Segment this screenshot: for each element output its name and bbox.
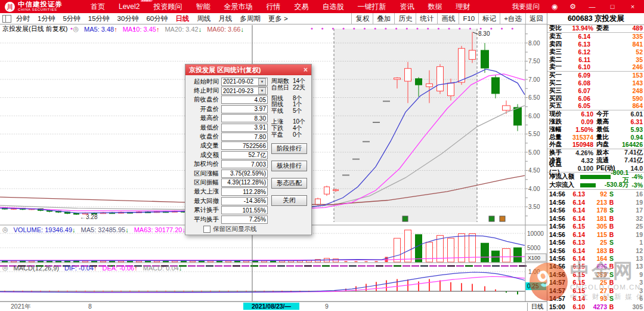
tick-row: 14:566.14164S13 — [547, 255, 644, 263]
period-tab[interactable]: 30分钟 — [117, 14, 139, 23]
period-tab[interactable]: 多周期 — [240, 14, 261, 23]
keep-range-lines-checkbox[interactable]: 保留区间显示线 — [185, 225, 311, 233]
buy-row[interactable]: 买二6.08143 — [547, 79, 644, 87]
info-row: 涨跌0.09最高6.31 — [547, 118, 644, 126]
dialog-field-row: 最低价3.91 — [187, 123, 268, 132]
menu-item[interactable]: 智能 — [196, 2, 210, 12]
buy-row[interactable]: 买一6.09153 — [547, 72, 644, 79]
buy-row[interactable]: 买四6.06590 — [547, 94, 644, 102]
dialog-field-value: 7.25% — [223, 216, 266, 223]
dialog-field-value: 7.80 — [223, 134, 266, 140]
buy-row[interactable]: 买五6.05864 — [547, 102, 644, 110]
period-tab[interactable]: 60分钟 — [146, 14, 168, 23]
period-tab[interactable]: 月线 — [218, 14, 232, 23]
period-indicator-box[interactable]: 日线 — [527, 303, 547, 311]
toolbar-button[interactable]: 叠加 — [373, 13, 394, 24]
dialog-button[interactable]: 形态匹配 — [271, 178, 307, 189]
period-tab[interactable]: 周线 — [197, 14, 210, 23]
menu-item[interactable]: 全景市场 — [224, 2, 252, 12]
dialog-field-input[interactable]: 8.30 — [221, 114, 268, 122]
dialog-field-row: 开盘价3.97 — [187, 104, 268, 113]
dialog-field-input[interactable]: 112.28% — [221, 187, 268, 196]
dialog-field-row: 前收盘价4.05 — [187, 96, 268, 104]
dialog-field-label: 区间涨幅 — [187, 170, 221, 178]
dropdown-arrow-icon[interactable]: ▼ — [258, 87, 266, 94]
user-icon[interactable]: ◉ — [552, 2, 558, 11]
sell-row[interactable]: 卖三6.1252 — [547, 48, 644, 56]
close-button[interactable]: × — [628, 3, 637, 10]
tick-row: 14:566.15305B25 — [547, 223, 644, 230]
period-tab[interactable]: 日线 — [175, 14, 189, 23]
buy-row[interactable]: 买三6.07248 — [547, 87, 644, 94]
toolbar-button[interactable]: 返回 — [525, 13, 547, 24]
dialog-close-icon[interactable]: × — [304, 66, 308, 73]
toolbar-button[interactable]: 画线 — [437, 13, 459, 24]
dialog-button[interactable]: 关闭 — [271, 195, 307, 206]
period-tab[interactable]: 更多 > — [268, 14, 288, 23]
dialog-field-row: 终止时间2021-09-23▼ — [187, 86, 268, 95]
svg-text:8.00: 8.00 — [528, 40, 540, 47]
dropdown-arrow-icon[interactable]: ▼ — [258, 78, 266, 85]
toolbar-button[interactable]: F10 — [459, 13, 478, 24]
dialog-field-label: 最大上涨 — [187, 187, 221, 196]
dialog-button[interactable]: 阶段排行 — [271, 143, 307, 154]
svg-text:10000: 10000 — [527, 230, 544, 237]
quote-panel: 委比13.94%委差489卖五6.14335卖四6.13841卖三6.1252卖… — [547, 24, 644, 311]
sell-row[interactable]: 卖一6.10246 — [547, 63, 644, 71]
dialog-field-row: 最大上涨112.28% — [187, 187, 268, 196]
menu-item[interactable]: Level2HOT — [119, 2, 140, 11]
menu-item[interactable]: 数据 — [428, 2, 442, 12]
checkbox-icon[interactable] — [203, 226, 210, 233]
dialog-field-input[interactable]: 3.75(92.59%) — [221, 170, 268, 178]
dialog-field-input[interactable]: -14.36% — [221, 197, 268, 205]
dialog-titlebar[interactable]: 京投发展 区间统计(复权) × — [185, 64, 311, 75]
dialog-field-value: 2021-09-23 — [223, 88, 257, 94]
period-tab[interactable]: 1分钟 — [38, 14, 55, 23]
menu-item[interactable]: 理财 — [456, 2, 470, 12]
ask-question-link[interactable]: 我要提问 — [512, 2, 540, 11]
menu-item[interactable]: 资讯 — [400, 2, 414, 12]
period-tabs: 分时1分钟5分钟15分钟30分钟60分钟日线周线月线多周期更多 > — [16, 13, 288, 24]
dialog-field-input[interactable]: 4.39(112.28%) — [221, 178, 268, 187]
checkbox-label: 保留区间显示线 — [213, 225, 257, 233]
sell-row[interactable]: 卖四6.13841 — [547, 41, 644, 48]
menu-item[interactable]: 自选股 — [322, 2, 343, 12]
dialog-field-input[interactable]: 7.25% — [221, 215, 268, 224]
dialog-field-input[interactable]: 101.55% — [221, 206, 268, 214]
period-tab[interactable]: 15分钟 — [88, 14, 110, 23]
sell-row[interactable]: 卖二6.1135 — [547, 56, 644, 63]
menu-item[interactable]: 一键打新 — [357, 2, 386, 12]
dialog-button[interactable]: 板块排行 — [271, 161, 307, 171]
toolbar-button[interactable]: 历史 — [394, 13, 416, 24]
menu-item[interactable]: 首页 — [91, 2, 105, 12]
dialog-field-input[interactable]: 4.05 — [221, 96, 268, 104]
toolbar-button[interactable]: 标记 — [478, 13, 500, 24]
dialog-field-input[interactable]: 3.91 — [221, 124, 268, 132]
period-tab[interactable]: 分时 — [16, 14, 30, 23]
dialog-field-input[interactable]: 2021-09-02▼ — [221, 78, 268, 86]
dialog-field-input[interactable]: 7522566 — [221, 141, 268, 150]
settings-gear-icon[interactable]: ⚙ — [569, 2, 576, 11]
dialog-field-input[interactable]: 52.7亿 — [221, 151, 268, 159]
logo-subtitle: CHINA SECURITIES — [18, 8, 63, 12]
toolbar-button[interactable]: 统计 — [416, 13, 437, 24]
menu-item[interactable]: 交易 — [294, 2, 308, 12]
tick-row: 14:566.1325S1 — [547, 239, 644, 247]
toolbar-button[interactable]: +自选 — [500, 13, 525, 24]
menu-item[interactable]: 行情 — [266, 2, 280, 12]
sell-row[interactable]: 卖五6.14335 — [547, 33, 644, 41]
dialog-field-input[interactable]: 2021-09-23▼ — [221, 87, 268, 95]
tick-row: 15:006.104273B305 — [547, 303, 644, 310]
dialog-field-input[interactable]: 3.97 — [221, 105, 268, 113]
maximize-button[interactable]: □ — [608, 3, 617, 10]
menu-item[interactable]: 投资顾问 — [153, 2, 182, 12]
event-marker-icon — [402, 216, 408, 221]
top-menu: 首页Level2HOT投资顾问智能全景市场行情交易自选股一键打新资讯数据理财 — [91, 2, 470, 12]
dialog-field-input[interactable]: 7.003 — [221, 160, 268, 168]
toolbar-button[interactable]: 复权 — [351, 13, 373, 24]
tick-list[interactable]: 14:566.1392S1614:566.14213B1914:566.1417… — [547, 190, 644, 311]
dialog-field-input[interactable]: 7.80 — [221, 133, 268, 141]
minimize-button[interactable]: — — [588, 3, 596, 10]
split-window-icon[interactable] — [2, 15, 11, 23]
period-tab[interactable]: 5分钟 — [63, 14, 80, 23]
